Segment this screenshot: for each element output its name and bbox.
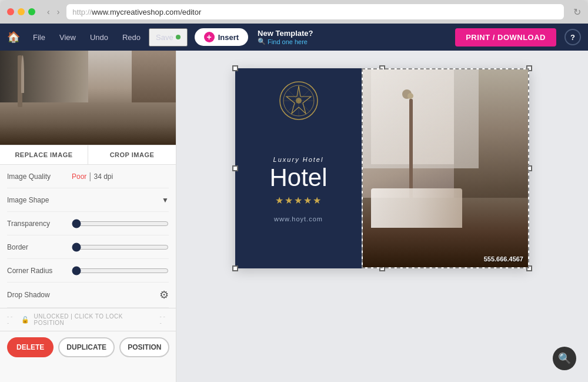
handle-top-left[interactable]: [232, 65, 238, 71]
left-panel: REPLACE IMAGE CROP IMAGE Image Quality P…: [0, 51, 176, 382]
delete-button[interactable]: DELETE: [7, 337, 54, 357]
lock-text[interactable]: UNLOCKED | CLICK TO LOCK POSITION: [34, 313, 155, 326]
hotel-stars: ★★★★★: [275, 195, 322, 206]
border-slider[interactable]: [72, 243, 169, 252]
action-buttons: DELETE DUPLICATE POSITION: [0, 331, 176, 363]
drop-shadow-label: Drop Shadow: [7, 291, 72, 299]
border-label: Border: [7, 243, 72, 251]
new-template-title: New Template?: [258, 29, 313, 38]
url-bar[interactable]: http:// www.mycreativeshop.com/editor: [66, 4, 564, 19]
design-right-panel: 555.666.4567: [362, 68, 529, 268]
undo-button[interactable]: Undo: [84, 29, 114, 45]
handle-mid-left[interactable]: [232, 165, 238, 171]
save-indicator: [176, 35, 181, 39]
main-layout: REPLACE IMAGE CROP IMAGE Image Quality P…: [0, 51, 588, 382]
zoom-button[interactable]: 🔍: [553, 347, 576, 370]
quality-dpi: 34 dpi: [94, 172, 113, 181]
transparency-slider-container: [72, 219, 169, 228]
print-download-button[interactable]: PRINT / DOWNLOAD: [455, 28, 556, 46]
insert-plus-icon: +: [204, 32, 215, 42]
save-label: Save: [156, 33, 173, 42]
transparency-row: Transparency: [7, 212, 169, 235]
save-button[interactable]: Save: [149, 28, 188, 46]
url-prefix: http://: [72, 8, 92, 16]
view-menu[interactable]: View: [54, 29, 82, 45]
properties-panel: Image Quality Poor | 34 dpi Image Shape …: [0, 165, 176, 308]
replace-image-button[interactable]: REPLACE IMAGE: [0, 145, 88, 164]
quality-status: Poor: [72, 172, 86, 181]
hotel-name: Hotel: [269, 165, 327, 190]
lock-icon: 🔓: [21, 316, 29, 324]
crop-image-button[interactable]: CROP IMAGE: [88, 145, 176, 164]
forward-button[interactable]: ›: [55, 6, 62, 18]
browser-titlebar: ‹ › http:// www.mycreativeshop.com/edito…: [0, 0, 588, 24]
find-one-label[interactable]: Find one here: [268, 38, 308, 45]
corner-radius-slider-container: [72, 266, 169, 275]
transparency-slider[interactable]: [72, 219, 169, 228]
home-icon[interactable]: 🏠: [7, 31, 20, 44]
chevron-down-icon[interactable]: ▼: [162, 196, 169, 204]
url-text: www.mycreativeshop.com/editor: [92, 8, 201, 16]
image-shape-row[interactable]: Image Shape ▼: [7, 188, 169, 212]
gear-icon[interactable]: ⚙: [159, 288, 169, 301]
window-controls: [7, 8, 35, 15]
hotel-website: www.hoyt.com: [274, 215, 323, 222]
corner-radius-row: Corner Radius: [7, 259, 169, 283]
canvas-area[interactable]: Luxury Hotel Hotel ★★★★★ www.hoyt.com: [176, 51, 588, 382]
help-button[interactable]: ?: [564, 29, 581, 45]
image-shape-label: Image Shape: [7, 196, 72, 204]
image-quality-row: Image Quality Poor | 34 dpi: [7, 165, 169, 188]
transparency-label: Transparency: [7, 220, 72, 228]
luxury-hotel-text: Luxury Hotel: [273, 156, 324, 163]
browser-nav-buttons: ‹ ›: [45, 6, 62, 18]
image-preview: [0, 51, 176, 145]
hotel-text-area: Luxury Hotel Hotel ★★★★★ www.hoyt.com: [269, 121, 327, 257]
phone-number: 555.666.4567: [484, 255, 523, 263]
insert-button[interactable]: + Insert: [195, 28, 248, 46]
handle-bottom-left[interactable]: [232, 265, 238, 271]
image-actions: REPLACE IMAGE CROP IMAGE: [0, 145, 176, 165]
corner-radius-label: Corner Radius: [7, 267, 72, 275]
top-nav: 🏠 File View Undo Redo Save + Insert New …: [0, 24, 588, 51]
new-template-promo: New Template? 🔍 Find one here: [258, 29, 313, 45]
refresh-button[interactable]: ↻: [573, 6, 581, 18]
minimize-dot[interactable]: [18, 8, 25, 15]
maximize-dot[interactable]: [28, 8, 35, 15]
lock-bar[interactable]: - - - 🔓 UNLOCKED | CLICK TO LOCK POSITIO…: [0, 308, 176, 331]
design-canvas: Luxury Hotel Hotel ★★★★★ www.hoyt.com: [235, 68, 529, 268]
border-row: Border: [7, 235, 169, 259]
file-menu[interactable]: File: [27, 29, 51, 45]
image-quality-label: Image Quality: [7, 172, 72, 181]
close-dot[interactable]: [7, 8, 14, 15]
design-left-panel: Luxury Hotel Hotel ★★★★★ www.hoyt.com: [235, 68, 362, 268]
zoom-icon: 🔍: [558, 352, 571, 365]
app-container: 🏠 File View Undo Redo Save + Insert New …: [0, 24, 588, 382]
search-icon: 🔍: [258, 38, 266, 45]
duplicate-button[interactable]: DUPLICATE: [58, 337, 115, 357]
hotel-logo: [278, 80, 319, 121]
corner-radius-slider[interactable]: [72, 266, 169, 275]
find-template-link[interactable]: 🔍 Find one here: [258, 38, 313, 45]
redo-button[interactable]: Redo: [116, 29, 146, 45]
drop-shadow-row: Drop Shadow ⚙: [7, 283, 169, 308]
back-button[interactable]: ‹: [45, 6, 52, 18]
insert-label: Insert: [218, 33, 239, 42]
position-button[interactable]: POSITION: [119, 337, 169, 357]
border-slider-container: [72, 243, 169, 252]
